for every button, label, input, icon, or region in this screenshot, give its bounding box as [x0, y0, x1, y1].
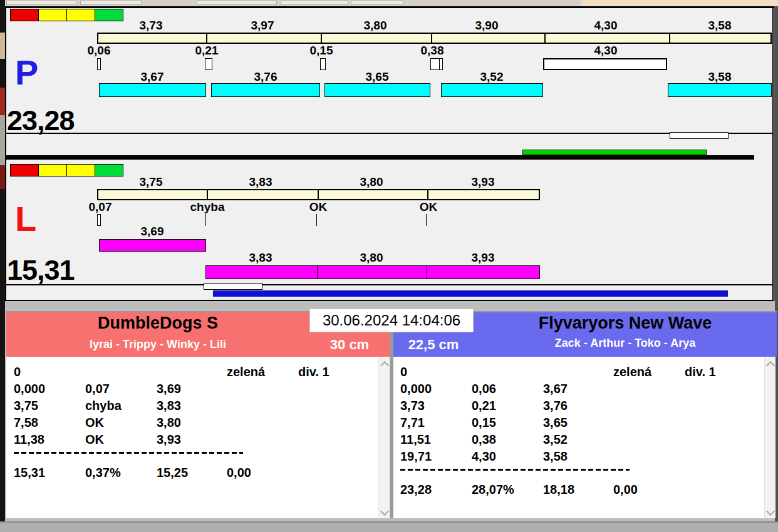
l-leg-time: 3,80	[334, 252, 409, 263]
p-start-split: 0,21	[182, 44, 232, 56]
left-sliver-fragment	[0, 88, 5, 115]
p-leg-time: 3,67	[115, 71, 190, 83]
table-row: 7,710,153,65	[400, 414, 613, 431]
l-total-time: 15,31	[7, 256, 75, 284]
strip-segment	[281, 1, 348, 5]
l-leg-time: 3,93	[445, 252, 521, 263]
l-split-tick	[426, 214, 427, 226]
team-right-scrollbar[interactable]	[764, 357, 775, 518]
traffic-light-l	[11, 164, 123, 176]
l-finish-marker-box	[204, 283, 262, 290]
lane-p-label: P	[15, 55, 38, 90]
l-split-tick	[205, 214, 206, 226]
l-start-split: 0,07	[72, 201, 128, 213]
l-segment-bar	[97, 189, 540, 200]
p-leg-time: 3,76	[228, 71, 303, 83]
table-row: 0,0000,063,67	[400, 381, 613, 397]
l-split-box	[97, 214, 101, 226]
traffic-light-red	[10, 164, 39, 176]
section-divider-thick	[6, 155, 754, 160]
p-start-split: 0,15	[296, 44, 346, 56]
p-split-box	[430, 58, 443, 70]
team-left-dogs: Iyrai - Trippy - Winky - Lili	[6, 337, 309, 351]
l-start-split: OK	[290, 201, 346, 213]
p-total-time: 23,28	[7, 106, 75, 135]
division: div. 1	[298, 364, 329, 381]
p-leg-bar	[324, 83, 430, 97]
lane-l-label: L	[15, 202, 36, 237]
p-segment-time: 3,80	[338, 19, 413, 31]
traffic-light-yellow2	[66, 9, 95, 21]
strip-segment	[6, 1, 76, 5]
p-leg-bar	[211, 83, 320, 97]
team-right-summary-row: 23,2828,07%18,180,00	[400, 481, 685, 498]
p-segment-time: 3,97	[225, 19, 300, 31]
traffic-light-yellow1	[38, 164, 67, 176]
background-window-left-sliver	[0, 0, 5, 532]
light-status: zelená	[227, 364, 298, 381]
l-segment-time: 3,75	[113, 176, 189, 188]
traffic-light-p	[11, 9, 123, 21]
timing-app-window: 3,73 3,97 3,80 3,90 4,30 3,58 0,06 0,21 …	[0, 0, 778, 532]
table-row: 19,714,303,58	[400, 448, 613, 465]
team-right-name: Flyvaryors New Wave	[474, 314, 777, 332]
left-sliver-fragment	[0, 115, 5, 165]
traffic-light-yellow1	[38, 9, 67, 21]
traffic-light-yellow2	[66, 164, 95, 176]
p-start-split: 0,38	[407, 44, 457, 56]
p-leg-time: 3,52	[454, 71, 529, 83]
section-right-border	[772, 8, 774, 301]
p-split-box	[97, 58, 101, 70]
table-row: 7,58OK3,80	[14, 414, 227, 431]
l-finish-bar-blue	[213, 290, 728, 297]
datetime-display: 30.06.2024 14:04:06	[309, 309, 474, 332]
division: div. 1	[685, 364, 716, 381]
l-start-split: chyba	[179, 201, 236, 213]
l-baseline	[6, 284, 772, 285]
p-finish-marker-box	[670, 132, 729, 139]
table-row: 3,75chyba3,83	[14, 397, 227, 414]
p-leg-bar	[668, 83, 772, 97]
l-first-leg-bar	[99, 239, 206, 252]
team-right-jump-height: 22,5 cm	[393, 337, 474, 352]
table-row: 11,510,383,52	[400, 431, 613, 448]
p-big-split-label: 4,30	[568, 44, 643, 56]
start-value: 0	[14, 364, 227, 381]
table-separator	[14, 452, 243, 454]
traffic-light-red	[10, 9, 39, 21]
team-left-scrollbar[interactable]	[378, 357, 389, 518]
strip-segment	[351, 1, 403, 5]
p-start-split: 0,06	[74, 44, 124, 56]
l-start-split: OK	[400, 201, 457, 213]
table-row: 11,38OK3,93	[14, 431, 227, 448]
p-leg-time: 3,65	[340, 71, 415, 83]
p-segment-bar	[97, 33, 772, 44]
team-right-info-row: 0 zelená div. 1	[400, 364, 716, 381]
l-segment-time: 3,80	[334, 176, 409, 188]
p-leg-bar	[441, 83, 543, 97]
p-big-split-bar	[543, 58, 667, 70]
team-right-dogs: Zack - Arthur - Toko - Arya	[474, 336, 777, 350]
p-finish-bar-green	[522, 150, 707, 155]
p-segment-time: 3,73	[113, 19, 189, 31]
window-top-border	[5, 6, 778, 8]
team-left-info-row: 0 zelená div. 1	[14, 364, 329, 381]
left-sliver-fragment	[0, 165, 5, 189]
p-split-box	[205, 58, 212, 70]
l-leg-bar-group	[205, 265, 540, 279]
team-left-name: DumbleDogs S	[6, 314, 309, 332]
bottom-strip	[0, 521, 778, 532]
table-separator	[400, 469, 630, 471]
left-sliver-fragment	[0, 33, 5, 59]
l-segment-time: 3,83	[223, 176, 298, 188]
p-baseline	[6, 133, 772, 134]
traffic-light-green	[95, 164, 123, 176]
table-row: 0,0000,073,69	[14, 381, 227, 397]
p-split-box	[320, 58, 326, 70]
strip-segment	[197, 1, 277, 5]
p-leg-bar	[99, 83, 206, 97]
p-segment-time: 3,90	[449, 19, 524, 31]
team-left-jump-height: 30 cm	[309, 337, 390, 352]
p-leg-time: 3,58	[682, 71, 757, 83]
p-segment-time: 3,58	[682, 19, 757, 31]
